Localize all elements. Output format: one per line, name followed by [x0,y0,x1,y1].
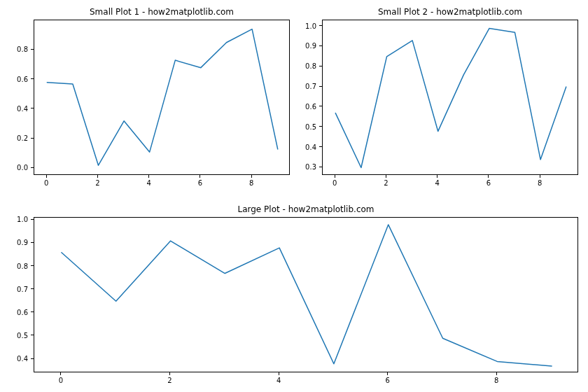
y-tick-mark [31,219,34,220]
axes-small-plot-2: Small Plot 2 - how2matplotlib.com 024680… [322,20,578,175]
y-tick-label: 0.8 [7,46,28,53]
line-series [34,20,290,176]
chart-title: Large Plot - how2matplotlib.com [34,204,578,214]
y-tick-label: 0.5 [7,331,28,339]
x-tick-label: 0 [44,179,48,187]
y-tick-mark [319,66,322,66]
x-tick-label: 4 [147,179,151,187]
x-tick-mark [97,175,98,178]
x-tick-mark [46,175,47,178]
y-tick-mark [319,167,322,167]
x-tick-label: 0 [332,179,337,187]
x-tick-label: 0 [59,377,63,384]
y-tick-mark [319,146,322,147]
y-tick-mark [31,108,34,108]
x-tick-label: 2 [384,179,388,187]
x-tick-mark [279,372,279,375]
y-tick-mark [319,126,322,127]
y-tick-mark [31,265,34,266]
y-tick-label: 0.7 [7,285,28,293]
x-tick-label: 6 [486,179,491,187]
x-tick-mark [437,175,438,178]
y-tick-mark [31,138,34,139]
y-tick-label: 0.8 [7,262,28,270]
x-tick-label: 6 [386,377,390,384]
y-tick-label: 1.0 [7,216,28,223]
x-tick-mark [200,175,200,178]
x-tick-label: 8 [538,179,542,187]
y-tick-mark [31,335,34,335]
axes-small-plot-1: Small Plot 1 - how2matplotlib.com 024680… [34,20,290,175]
y-tick-mark [31,288,34,289]
x-tick-label: 4 [435,179,440,187]
x-tick-label: 2 [167,377,172,384]
y-tick-label: 0.9 [295,42,316,50]
plot-area [34,217,578,372]
x-tick-label: 2 [95,179,99,187]
x-tick-mark [386,175,386,178]
x-tick-mark [335,175,335,178]
x-tick-mark [488,175,489,178]
x-tick-mark [251,175,252,178]
plot-area [34,20,290,175]
chart-title: Small Plot 2 - how2matplotlib.com [322,7,578,17]
y-tick-mark [31,358,34,359]
x-tick-mark [60,372,61,375]
line-series [34,218,579,373]
y-tick-label: 0.6 [295,102,316,110]
y-tick-label: 0.6 [7,308,28,316]
y-tick-label: 0.7 [295,83,316,90]
chart-title: Small Plot 1 - how2matplotlib.com [34,7,290,17]
y-tick-mark [319,46,322,46]
plot-area [322,20,578,175]
y-tick-mark [319,106,322,106]
line-series [323,20,579,176]
y-tick-mark [319,86,322,87]
axes-large-plot: Large Plot - how2matplotlib.com 024680.4… [34,217,578,372]
x-tick-label: 6 [198,179,202,187]
figure: Small Plot 1 - how2matplotlib.com 024680… [0,0,588,392]
x-tick-mark [148,175,149,178]
y-tick-label: 0.4 [295,143,316,150]
y-tick-label: 0.4 [7,355,28,363]
y-tick-label: 1.0 [295,22,316,29]
y-tick-label: 0.0 [7,164,28,172]
x-tick-label: 8 [494,377,498,384]
y-tick-label: 0.8 [295,62,316,70]
x-tick-label: 4 [276,377,281,384]
y-tick-mark [31,242,34,243]
y-tick-mark [31,78,34,79]
x-tick-mark [540,175,540,178]
y-tick-mark [31,167,34,168]
y-tick-label: 0.9 [7,239,28,246]
y-tick-mark [319,25,322,26]
y-tick-label: 0.4 [7,104,28,112]
x-tick-mark [169,372,170,375]
x-tick-mark [496,372,497,375]
x-tick-label: 8 [249,179,253,187]
y-tick-mark [31,49,34,50]
y-tick-label: 0.2 [7,134,28,142]
y-tick-label: 0.3 [295,163,316,171]
y-tick-label: 0.6 [7,75,28,83]
y-tick-mark [31,312,34,312]
y-tick-label: 0.5 [295,122,316,130]
x-tick-mark [387,372,388,375]
